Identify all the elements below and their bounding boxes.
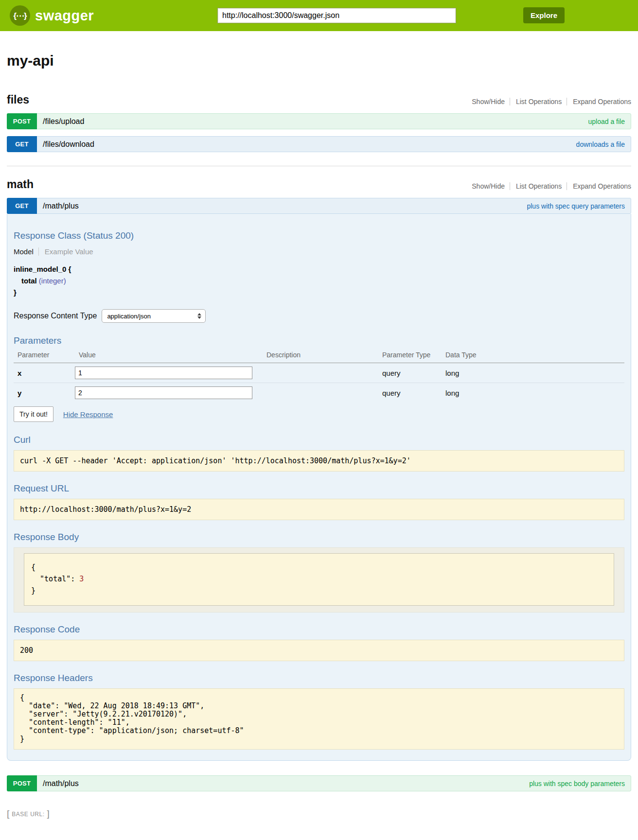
request-url-value: http://localhost:3000/math/plus?x=1&y=2 [14,499,624,520]
operation-heading[interactable]: POST /files/upload upload a file [7,113,631,129]
operation-get-math-plus: GET /math/plus plus with spec query para… [7,198,631,761]
param-name: x [14,369,75,377]
json-key: "total": [31,575,79,583]
swagger-logo-icon: {⋯} [10,5,30,26]
col-data-type: Data Type [442,349,624,363]
section-title-math[interactable]: math [7,178,34,191]
footer-close-bracket: ] [47,808,49,819]
brand-title: swagger [35,8,94,24]
top-bar: {⋯} swagger Explore [0,0,638,31]
param-data-type: long [442,389,624,397]
tab-model[interactable]: Model [14,247,34,256]
operation-summary-link[interactable]: upload a file [588,118,625,125]
section-controls-files: Show/HideList OperationsExpand Operation… [472,98,631,106]
section-controls-math: Show/HideList OperationsExpand Operation… [472,182,631,191]
operation-content: Response Class (Status 200) Model Exampl… [7,214,631,761]
http-method-badge[interactable]: GET [7,136,37,152]
try-it-out-button[interactable]: Try it out! [14,406,53,422]
operation-summary-link[interactable]: plus with spec body parameters [529,780,625,788]
model-signature: inline_model_0 { total (integer) } [14,263,624,298]
json-open-brace: { [31,563,35,572]
operation-summary-link[interactable]: downloads a file [576,140,625,148]
response-class-heading: Response Class (Status 200) [14,230,624,241]
logo-glyph: {⋯} [13,11,26,21]
operation-heading[interactable]: GET /files/download downloads a file [7,136,631,152]
col-value: Value [75,349,263,363]
response-class-tabs: Model Example Value [14,244,624,259]
col-description: Description [263,349,378,363]
model-open: inline_model_0 { [14,263,624,275]
response-code-value: 200 [14,640,624,661]
hide-response-link[interactable]: Hide Response [63,410,113,419]
response-code-heading: Response Code [14,624,624,635]
col-parameter: Parameter [14,349,75,363]
response-content-type-select[interactable]: application/json [102,309,206,323]
explore-button[interactable]: Explore [523,7,565,23]
tab-example-value[interactable]: Example Value [38,247,93,256]
parameters-heading: Parameters [14,335,624,346]
json-close-brace: } [31,586,35,595]
response-body-json: { "total": 3 } [24,553,614,606]
http-method-badge[interactable]: POST [7,113,37,129]
parameter-row-x: x query long [14,363,624,383]
expand-operations-link[interactable]: Expand Operations [567,182,631,190]
api-title: my-api [7,52,631,69]
parameter-row-y: y query long [14,383,624,402]
spec-url-input[interactable] [217,8,456,23]
http-method-badge[interactable]: GET [7,198,37,214]
section-title-files[interactable]: files [7,93,29,106]
section-divider [7,166,631,166]
param-type: query [378,369,442,377]
list-operations-link[interactable]: List Operations [510,182,562,190]
operation-path-link[interactable]: /files/download [43,140,576,149]
parameters-table-header: Parameter Value Description Parameter Ty… [14,349,624,363]
param-name: y [14,389,75,397]
curl-command: curl -X GET --header 'Accept: applicatio… [14,450,624,472]
list-operations-link[interactable]: List Operations [510,98,562,105]
operation-post-math-plus: POST /math/plus plus with spec body para… [7,775,631,791]
response-body-block: { "total": 3 } [14,547,624,612]
base-url-label: BASE URL: [12,811,44,818]
section-math: math Show/HideList OperationsExpand Oper… [7,178,631,791]
select-arrows-icon [197,313,201,319]
model-property-name: total [21,277,37,285]
response-body-heading: Response Body [14,532,624,542]
operation-path-link[interactable]: /files/upload [43,117,588,126]
model-property-type: (integer) [39,277,66,285]
operation-summary-link[interactable]: plus with spec query parameters [527,202,625,210]
model-close: } [14,287,624,298]
operation-path-link[interactable]: /math/plus [43,779,529,788]
operation-path-link[interactable]: /math/plus [43,202,527,210]
request-url-heading: Request URL [14,483,624,494]
param-data-type: long [442,369,624,377]
swagger-brand-link[interactable]: {⋯} swagger [10,5,94,26]
base-url-footer: [ BASE URL: ] [7,808,631,820]
json-number-value: 3 [79,575,84,583]
response-headers-heading: Response Headers [14,673,624,683]
selected-content-type: application/json [107,313,151,320]
operation-heading[interactable]: POST /math/plus plus with spec body para… [7,775,631,791]
operation-heading[interactable]: GET /math/plus plus with spec query para… [7,198,631,214]
operation-get-files-download: GET /files/download downloads a file [7,136,631,152]
show-hide-link[interactable]: Show/Hide [472,98,505,105]
response-headers-value: { "date": "Wed, 22 Aug 2018 18:49:13 GMT… [14,688,624,750]
param-x-value-input[interactable] [75,367,252,379]
param-type: query [378,389,442,397]
footer-open-bracket: [ [7,808,9,819]
http-method-badge[interactable]: POST [7,775,37,791]
col-parameter-type: Parameter Type [378,349,442,363]
section-files: files Show/HideList OperationsExpand Ope… [7,93,631,152]
curl-heading: Curl [14,435,624,445]
operation-post-files-upload: POST /files/upload upload a file [7,113,631,129]
show-hide-link[interactable]: Show/Hide [472,182,505,190]
response-content-type-label: Response Content Type [14,312,97,320]
expand-operations-link[interactable]: Expand Operations [567,98,631,105]
param-y-value-input[interactable] [75,386,252,399]
